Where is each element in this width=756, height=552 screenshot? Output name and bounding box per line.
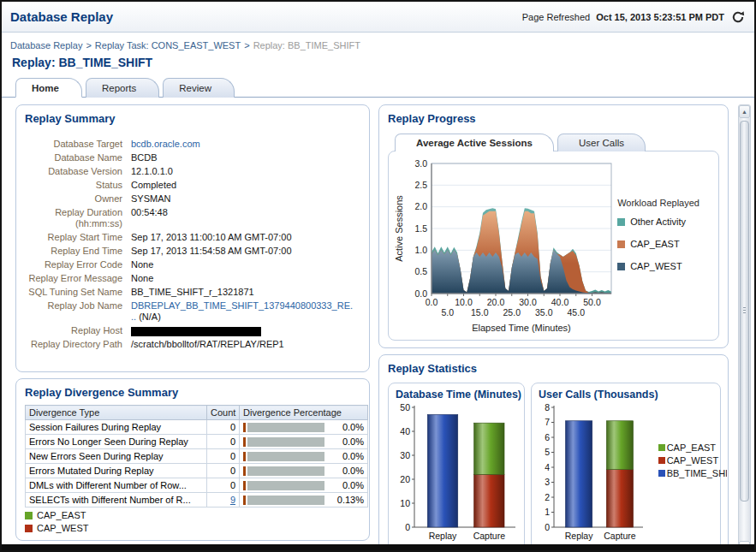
- percentage-bar-track: [247, 481, 324, 490]
- scrollbar-track[interactable]: [739, 118, 750, 541]
- breadcrumb-link-database-replay[interactable]: Database Replay: [10, 40, 82, 50]
- divergence-percentage-cell: 0.0%: [240, 420, 368, 435]
- summary-field-row: Replay Start TimeSep 17, 2013 11:00:10 A…: [25, 232, 360, 243]
- subtab-user-calls[interactable]: User Calls: [557, 134, 646, 151]
- field-value: None: [131, 259, 153, 270]
- percentage-bar: 0.0%: [243, 451, 364, 461]
- legend-swatch-icon: [617, 218, 625, 226]
- divergence-legend: CAP_EASTCAP_WEST: [25, 510, 360, 533]
- percentage-bar-track: [247, 452, 324, 461]
- divergence-count-cell: 0: [207, 464, 240, 478]
- svg-text:50.0: 50.0: [583, 297, 601, 307]
- legend-swatch-icon: [617, 263, 625, 270]
- bar-category-label: Capture: [604, 531, 636, 541]
- svg-text:40.0: 40.0: [551, 297, 569, 307]
- svg-text:7: 7: [545, 417, 550, 427]
- svg-text:45.0: 45.0: [568, 307, 586, 318]
- y-axis-label: Active Sessions: [394, 195, 404, 262]
- percentage-bar-tick: [243, 496, 246, 505]
- divergence-count-cell: 0: [207, 478, 240, 493]
- field-value-suffix: (N/A): [136, 312, 161, 322]
- svg-text:4: 4: [545, 462, 550, 472]
- percentage-value: 0.0%: [326, 436, 364, 447]
- field-label: Owner: [25, 193, 131, 205]
- field-value: /scratch/bbolltof/RAT/REPLAY/REP1: [131, 339, 284, 350]
- summary-field-row: Database Version12.1.0.1.0: [25, 166, 360, 177]
- legend-item: Other Activity: [617, 217, 717, 227]
- x-axis-label: Elapsed Time (Minutes): [472, 323, 571, 333]
- svg-text:15.0: 15.0: [471, 307, 489, 318]
- scrollbar-up-button[interactable]: ▲: [739, 105, 750, 118]
- legend-swatch-icon: [658, 457, 665, 464]
- divergence-percentage-cell: 0.0%: [240, 449, 368, 464]
- field-value: BCDB: [131, 152, 158, 163]
- replay-progress-title: Replay Progress: [388, 112, 719, 125]
- summary-field-row: Database Targetbcdb.oracle.com: [25, 139, 360, 150]
- percentage-bar-track: [247, 496, 324, 505]
- percentage-bar-tick: [243, 466, 246, 476]
- divergence-table: Divergence TypeCountDivergence Percentag…: [25, 405, 368, 507]
- legend-item: CAP_WEST: [658, 455, 727, 466]
- right-column: Replay Progress Average Active Sessions …: [378, 104, 729, 541]
- divergence-column-header: Count: [207, 406, 240, 420]
- left-column: Replay Summary Database Targetbcdb.oracl…: [15, 104, 370, 541]
- legend-label: CAP_WEST: [630, 261, 682, 271]
- breadcrumb-separator: >: [86, 40, 91, 50]
- page-title: Replay: BB_TIME_SHIFT: [12, 56, 754, 69]
- svg-text:30.0: 30.0: [519, 297, 537, 307]
- user-calls-bar-chart: 012345678ReplayCapture: [537, 402, 646, 549]
- subtab-average-active-sessions[interactable]: Average Active Sessions: [395, 134, 554, 151]
- database-time-chart-box: Database Time (Minutes) 01020304050Repla…: [388, 383, 525, 552]
- refresh-button[interactable]: [730, 9, 746, 25]
- percentage-value: 0.0%: [326, 451, 364, 461]
- page-refreshed-area: Page Refreshed Oct 15, 2013 5:23:51 PM P…: [522, 9, 746, 25]
- database-time-chart-title: Database Time (Minutes): [396, 389, 521, 401]
- active-sessions-area-chart: 0.00.51.01.52.02.53.00.010.020.030.040.0…: [392, 157, 617, 338]
- legend-item: CAP_EAST: [25, 510, 360, 520]
- divergence-type-cell: New Errors Seen During Replay: [26, 449, 207, 464]
- divergence-percentage-cell: 0.13%: [240, 493, 368, 507]
- field-label: Database Target: [25, 139, 131, 150]
- tab-reports[interactable]: Reports: [86, 78, 159, 98]
- divergence-column-header: Divergence Percentage: [240, 406, 368, 420]
- bar-segment-cap_west: [606, 470, 633, 527]
- bar-category-label: Replay: [429, 531, 457, 541]
- redacted-value: [131, 327, 261, 336]
- svg-text:1.0: 1.0: [414, 245, 427, 255]
- tab-review[interactable]: Review: [163, 78, 235, 98]
- replay-summary-fields: Database Targetbcdb.oracle.comDatabase N…: [25, 139, 360, 350]
- field-value: None: [131, 273, 153, 284]
- field-value: BB_TIME_SHIFT_r_1321871: [131, 287, 254, 298]
- scrollbar-thumb[interactable]: [740, 121, 749, 502]
- field-value-link[interactable]: bcdb.oracle.com: [131, 139, 200, 149]
- legend-label: CAP_EAST: [630, 239, 679, 249]
- bar-segment-cap_east: [474, 423, 504, 474]
- percentage-value: 0.0%: [326, 422, 364, 432]
- summary-field-row: Replay End TimeSep 17, 2013 11:54:58 AM …: [25, 246, 360, 257]
- field-value: [131, 325, 261, 336]
- field-value-link[interactable]: DBREPLAY_BB_TIME_SHIFT_1379440800333_RE.…: [131, 300, 353, 322]
- breadcrumb: Database Replay>Replay Task: CONS_EAST_W…: [2, 33, 754, 50]
- legend-item: CAP_EAST: [658, 442, 727, 453]
- vertical-scrollbar[interactable]: ▲ ▼: [738, 104, 751, 552]
- active-sessions-legend: Workload ReplayedOther ActivityCAP_EASTC…: [617, 157, 717, 338]
- svg-text:35.0: 35.0: [535, 307, 553, 318]
- svg-text:2.5: 2.5: [414, 180, 427, 190]
- legend-item: CAP_EAST: [617, 239, 717, 249]
- replay-summary-panel: Replay Summary Database Targetbcdb.oracl…: [15, 104, 370, 372]
- statistics-charts-row: Database Time (Minutes) 01020304050Repla…: [388, 383, 719, 552]
- svg-text:25.0: 25.0: [503, 307, 521, 318]
- replay-summary-title: Replay Summary: [25, 112, 360, 125]
- replay-statistics-title: Replay Statistics: [388, 362, 719, 375]
- field-value: Sep 17, 2013 11:00:10 AM GMT-07:00: [131, 232, 292, 243]
- tab-home[interactable]: Home: [15, 78, 82, 98]
- svg-text:8: 8: [545, 402, 550, 413]
- svg-text:0.5: 0.5: [414, 266, 427, 276]
- breadcrumb-link-replay-task[interactable]: Replay Task: CONS_EAST_WEST: [95, 40, 241, 50]
- svg-text:0: 0: [545, 522, 550, 532]
- legend-item: CAP_WEST: [617, 261, 717, 271]
- percentage-bar-track: [247, 437, 324, 447]
- bar-segment-cap_east: [606, 421, 633, 470]
- svg-text:3: 3: [545, 477, 550, 487]
- divergence-count-link[interactable]: 9: [230, 495, 235, 505]
